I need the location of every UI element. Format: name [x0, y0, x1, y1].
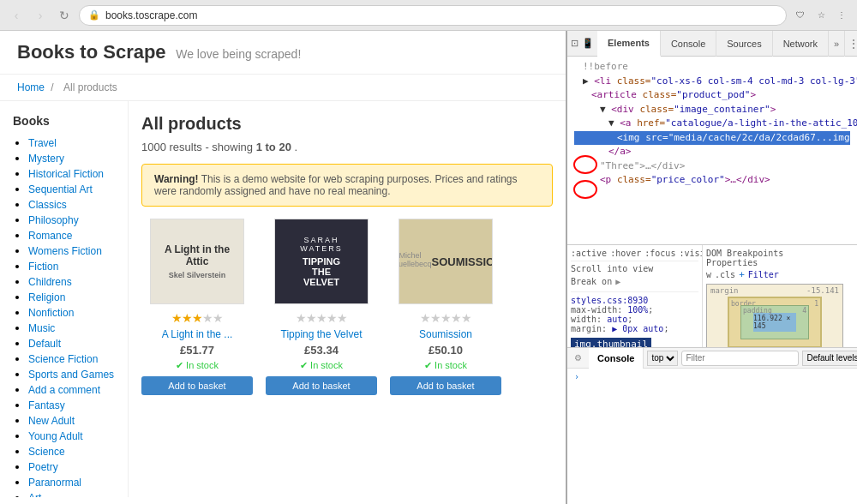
- pseudo-visited-label: :visited: [679, 249, 703, 258]
- product-image-2[interactable]: SARAHWATERS TIPPINGTHEVELVET: [274, 219, 369, 304]
- break-on-label[interactable]: Break on: [571, 277, 612, 286]
- product-name-3[interactable]: Soumission: [390, 328, 501, 340]
- product-stock-1: ✔ In stock: [141, 360, 253, 371]
- sidebar-link[interactable]: Poetry: [28, 461, 58, 473]
- sidebar-item: Default: [28, 337, 115, 350]
- product-stock-3: ✔ In stock: [390, 360, 501, 371]
- sidebar-link[interactable]: Science Fiction: [28, 353, 98, 365]
- add-to-basket-3[interactable]: Add to basket: [390, 376, 501, 395]
- sidebar-link[interactable]: Philosophy: [28, 214, 79, 226]
- add-class-btn[interactable]: +: [739, 269, 745, 280]
- sidebar-link[interactable]: Historical Fiction: [28, 168, 104, 180]
- sidebar-item: Religion: [28, 291, 115, 303]
- product-stars-3: ★★★★★: [390, 311, 501, 325]
- product-name-1[interactable]: A Light in the ...: [141, 328, 253, 340]
- sidebar-item: Science: [28, 445, 115, 458]
- w-label: w: [706, 270, 711, 279]
- html-line: </a>: [574, 145, 850, 159]
- product-name-2[interactable]: Tipping the Velvet: [266, 328, 377, 340]
- devtools-panel: ⊡ 📱 Elements Console Sources Network » ⋮…: [566, 31, 857, 504]
- product-price-3: £50.10: [390, 344, 501, 357]
- product-image-1[interactable]: A Light in the Attic Skel Silverstein: [150, 219, 244, 304]
- sidebar-link[interactable]: Mystery: [28, 153, 64, 165]
- sidebar-link[interactable]: Sports and Games: [28, 369, 114, 381]
- bookmark-icon[interactable]: ☆: [812, 7, 830, 24]
- html-line-highlighted[interactable]: <img src="media/cache/2c/da/2cdad67...im…: [574, 131, 850, 146]
- sidebar-link[interactable]: Sequential Art: [28, 183, 93, 195]
- sidebar-item: Poetry: [28, 460, 115, 473]
- sidebar-link[interactable]: Music: [28, 322, 55, 334]
- sidebar-item: Paranormal: [28, 476, 115, 489]
- devtools-settings-icon[interactable]: ⋮: [845, 35, 857, 52]
- console-context-select[interactable]: top: [647, 351, 678, 366]
- sidebar-link[interactable]: Religion: [28, 291, 65, 303]
- devtools-mobile-icon[interactable]: 📱: [582, 38, 594, 49]
- products-title: All products: [141, 114, 553, 134]
- sidebar-link[interactable]: Fantasy: [28, 399, 65, 411]
- address-bar[interactable]: 🔒 books.toscrape.com: [79, 5, 787, 26]
- add-to-basket-1[interactable]: Add to basket: [141, 376, 253, 395]
- site-header: Books to Scrape We love being scraped!: [0, 31, 566, 75]
- product-price-2: £53.34: [266, 344, 377, 357]
- sidebar-link[interactable]: Nonfiction: [28, 307, 74, 319]
- dom-breakpoints-label: DOM Breakpoints Properties: [706, 249, 854, 267]
- sidebar-item: Music: [28, 321, 115, 334]
- results-count: 1000 results - showing 1 to 20 .: [141, 141, 553, 153]
- product-stars-2: ★★★★★: [266, 311, 377, 325]
- breadcrumb: Home / All products: [0, 75, 566, 101]
- tab-console-bottom[interactable]: Console: [589, 348, 644, 369]
- lock-icon: 🔒: [88, 9, 100, 21]
- sidebar: Books TravelMysteryHistorical FictionSeq…: [0, 101, 129, 497]
- add-to-basket-2[interactable]: Add to basket: [266, 376, 377, 395]
- sidebar-link[interactable]: Romance: [28, 230, 72, 242]
- devtools-console-section: ⚙ Console top Default levels ⚙ ✕ ›: [567, 348, 857, 504]
- devtools-computed-section: :active :hover :focus :visited Scroll in…: [567, 245, 857, 348]
- forward-button[interactable]: ›: [31, 6, 50, 25]
- breadcrumb-sep: /: [51, 81, 57, 93]
- product-image-3[interactable]: Michel Houellebecq SOUMISSION: [399, 219, 493, 304]
- sidebar-title: Books: [13, 114, 115, 128]
- site-subtitle: We love being scraped!: [176, 47, 301, 61]
- sidebar-link[interactable]: Classics: [28, 199, 67, 211]
- console-settings-icon[interactable]: ⚙: [567, 353, 589, 363]
- scroll-into-view-label[interactable]: Scroll into view: [571, 264, 653, 273]
- main-layout: Books to Scrape We love being scraped! H…: [0, 31, 857, 504]
- devtools-inspect-icon[interactable]: ⊡: [571, 38, 578, 49]
- warning-strong: Warning!: [154, 173, 199, 185]
- sidebar-item: Historical Fiction: [28, 167, 115, 180]
- tab-more[interactable]: »: [829, 31, 845, 57]
- html-line: ▼ <a href="catalogue/a-light-in-the-atti…: [574, 117, 850, 131]
- tab-console[interactable]: Console: [661, 31, 716, 57]
- sidebar-link[interactable]: Young Adult: [28, 430, 83, 442]
- browser-icons: 🛡 ☆ ⋮: [792, 7, 850, 24]
- margin-top-val: -15.141: [806, 286, 839, 295]
- reload-button[interactable]: ↻: [55, 6, 74, 25]
- tab-sources[interactable]: Sources: [716, 31, 772, 57]
- cls-label: .cls: [715, 270, 735, 279]
- sidebar-link[interactable]: Science: [28, 446, 65, 458]
- console-chevron[interactable]: ›: [574, 372, 579, 381]
- margin-label: margin: [710, 286, 739, 295]
- sidebar-list: TravelMysteryHistorical FictionSequentia…: [13, 136, 115, 497]
- console-filter-input[interactable]: [681, 351, 799, 366]
- sidebar-link[interactable]: Default: [28, 338, 61, 350]
- sidebar-link[interactable]: Art: [28, 492, 41, 497]
- console-level-select[interactable]: Default levels: [802, 351, 857, 366]
- sidebar-item: Add a comment: [28, 383, 115, 396]
- tab-elements[interactable]: Elements: [597, 31, 661, 57]
- breadcrumb-current: All products: [63, 81, 117, 93]
- back-button[interactable]: ‹: [7, 6, 26, 25]
- sidebar-link[interactable]: New Adult: [28, 415, 75, 427]
- sidebar-link[interactable]: Womens Fiction: [28, 245, 102, 257]
- css-file-ref[interactable]: styles.css:8930: [571, 296, 698, 305]
- sidebar-link[interactable]: Travel: [28, 137, 57, 149]
- sidebar-link[interactable]: Fiction: [28, 261, 58, 273]
- sidebar-link[interactable]: Paranormal: [28, 477, 81, 489]
- warning-text: This is a demo website for web scraping …: [154, 173, 518, 197]
- tab-network[interactable]: Network: [773, 31, 829, 57]
- breadcrumb-home[interactable]: Home: [17, 81, 45, 93]
- menu-icon[interactable]: ⋮: [833, 7, 850, 24]
- sidebar-link[interactable]: Childrens: [28, 276, 72, 288]
- box-size: 116.922 × 145: [753, 313, 796, 332]
- sidebar-link[interactable]: Add a comment: [28, 384, 100, 396]
